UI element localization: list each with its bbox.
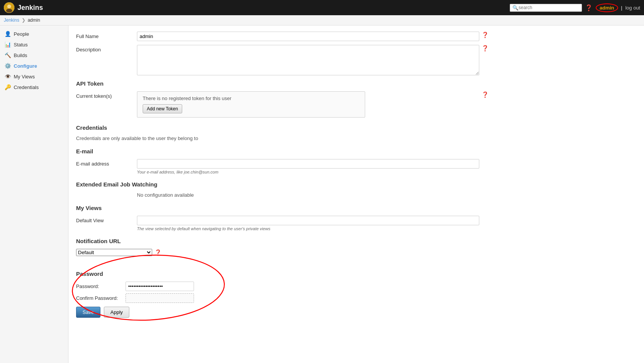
credentials-section: Credentials Credentials are only availab… xyxy=(76,124,636,141)
default-view-field: The view selected by default when naviga… xyxy=(137,216,479,231)
extended-email-section: Extended Email Job Watching No configura… xyxy=(76,181,636,198)
search-box[interactable]: 🔍 xyxy=(510,4,582,12)
api-token-row: Current token(s) There is no registered … xyxy=(76,91,636,118)
default-view-hint: The view selected by default when naviga… xyxy=(137,226,479,231)
default-view-label: Default View xyxy=(76,216,137,223)
api-token-section: API Token Current token(s) There is no r… xyxy=(76,80,636,118)
main-content: Full Name ❓ Description ❓ API Token Curr… xyxy=(68,25,644,363)
sidebar-label-people: People xyxy=(14,31,29,37)
full-name-section: Full Name ❓ xyxy=(76,32,636,41)
description-field xyxy=(137,45,479,76)
email-section: E-mail E-mail address Your e-mail addres… xyxy=(76,148,636,174)
user-admin-link[interactable]: admin xyxy=(599,5,614,11)
description-input[interactable] xyxy=(137,45,479,75)
sidebar-icon-status: 📊 xyxy=(5,41,11,48)
header-right: 🔍 ❓ admin | log out xyxy=(510,3,640,12)
my-views-section: My Views Default View The view selected … xyxy=(76,205,636,231)
notification-row: Default Option1 Option2 ❓ xyxy=(76,249,636,256)
current-tokens-label: Current token(s) xyxy=(76,91,137,99)
svg-point-1 xyxy=(7,5,11,8)
sidebar-icon-configure: ⚙️ xyxy=(5,63,11,69)
sidebar-icon-people: 👤 xyxy=(5,31,11,37)
notification-help-icon[interactable]: ❓ xyxy=(154,249,162,256)
sidebar-item-people[interactable]: 👤 People xyxy=(0,29,68,39)
confirm-password-label: Confirm Password: xyxy=(76,295,126,301)
default-view-row: Default View The view selected by defaul… xyxy=(76,216,636,231)
credentials-note: Credentials are only available to the us… xyxy=(76,135,636,141)
full-name-label: Full Name xyxy=(76,32,137,39)
sidebar-label-builds: Builds xyxy=(14,53,27,58)
token-box: There is no registered token for this us… xyxy=(137,91,365,118)
email-row: E-mail address Your e-mail address, like… xyxy=(76,159,636,174)
email-header: E-mail xyxy=(76,148,636,156)
form-buttons: Save Apply xyxy=(76,307,194,318)
description-label: Description xyxy=(76,45,137,53)
email-field-wrap: Your e-mail address, like joe.chin@sun.c… xyxy=(137,159,479,174)
sidebar-label-configure: Configure xyxy=(14,63,37,69)
search-icon: 🔍 xyxy=(512,5,518,11)
sidebar-item-my-views[interactable]: 👁️ My Views xyxy=(0,71,68,82)
notification-url-header: Notification URL xyxy=(76,238,636,246)
sidebar-item-configure[interactable]: ⚙️ Configure xyxy=(0,61,68,71)
full-name-field xyxy=(137,32,479,41)
breadcrumb-admin: admin xyxy=(28,18,40,23)
sidebar-item-credentials[interactable]: 🔑 Credentials xyxy=(0,82,68,92)
apply-button[interactable]: Apply xyxy=(104,307,129,318)
save-button[interactable]: Save xyxy=(76,307,100,318)
header: Jenkins 🔍 ❓ admin | log out xyxy=(0,0,644,15)
sidebar-icon-credentials: 🔑 xyxy=(5,84,11,90)
breadcrumb: Jenkins ❯ admin xyxy=(0,15,644,25)
svg-point-2 xyxy=(6,9,12,13)
credentials-header: Credentials xyxy=(76,124,636,132)
extended-email-header: Extended Email Job Watching xyxy=(76,181,636,189)
password-input[interactable] xyxy=(126,282,194,291)
notification-select[interactable]: Default Option1 Option2 xyxy=(76,249,152,256)
api-token-help-icon[interactable]: ❓ xyxy=(482,91,489,98)
full-name-input[interactable] xyxy=(137,32,479,41)
confirm-password-row: Confirm Password: xyxy=(76,293,194,303)
email-address-label: E-mail address xyxy=(76,159,137,167)
sidebar-label-my-views: My Views xyxy=(14,74,35,80)
breadcrumb-jenkins[interactable]: Jenkins xyxy=(4,18,19,23)
no-config-msg: No configuration available xyxy=(137,192,636,198)
sidebar: 👤 People 📊 Status 🔨 Builds ⚙️ Configure … xyxy=(0,25,68,363)
token-field: There is no registered token for this us… xyxy=(137,91,479,118)
sidebar-icon-builds: 🔨 xyxy=(5,52,11,58)
sidebar-item-status[interactable]: 📊 Status xyxy=(0,39,68,50)
description-section: Description ❓ xyxy=(76,45,636,76)
help-icon[interactable]: ❓ xyxy=(585,4,593,11)
api-token-header: API Token xyxy=(76,80,636,88)
full-name-help-icon[interactable]: ❓ xyxy=(482,32,489,38)
password-header: Password xyxy=(76,271,194,279)
header-left: Jenkins xyxy=(4,2,43,13)
search-input[interactable] xyxy=(518,5,579,10)
password-label: Password: xyxy=(76,283,126,289)
app-title: Jenkins xyxy=(17,4,43,12)
no-token-msg: There is no registered token for this us… xyxy=(143,96,359,101)
confirm-password-input[interactable] xyxy=(126,293,194,303)
my-views-header: My Views xyxy=(76,205,636,213)
sidebar-icon-my-views: 👁️ xyxy=(5,73,11,80)
email-input[interactable] xyxy=(137,159,479,169)
layout: 👤 People 📊 Status 🔨 Builds ⚙️ Configure … xyxy=(0,25,644,363)
default-view-input[interactable] xyxy=(137,216,479,225)
jenkins-logo xyxy=(4,2,14,13)
password-section: Password Password: Confirm Password: Sav… xyxy=(76,263,194,325)
email-hint: Your e-mail address, like joe.chin@sun.c… xyxy=(137,170,479,174)
breadcrumb-separator: ❯ xyxy=(22,18,25,23)
description-help-icon[interactable]: ❓ xyxy=(482,45,489,52)
sidebar-label-credentials: Credentials xyxy=(14,84,39,90)
notification-url-section: Notification URL Default Option1 Option2… xyxy=(76,238,636,256)
add-new-token-button[interactable]: Add new Token xyxy=(143,104,182,113)
sidebar-label-status: Status xyxy=(14,42,28,48)
logout-link[interactable]: log out xyxy=(625,5,640,11)
password-row: Password: xyxy=(76,282,194,291)
sidebar-item-builds[interactable]: 🔨 Builds xyxy=(0,50,68,61)
